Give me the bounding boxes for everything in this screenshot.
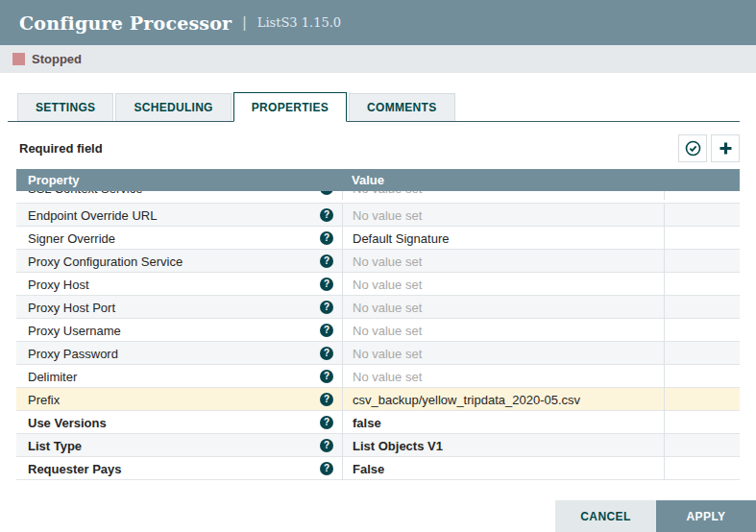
property-value: No value set <box>353 278 422 292</box>
help-icon[interactable]: ? <box>320 324 333 337</box>
property-value-cell[interactable]: No value set <box>342 273 664 296</box>
property-row[interactable]: SSL Context Service ? No value set <box>16 191 740 204</box>
property-value-cell[interactable]: List Objects V1 <box>342 434 664 457</box>
tab-comments[interactable]: COMMENTS <box>349 93 454 121</box>
help-icon[interactable]: ? <box>320 191 333 195</box>
help-icon[interactable]: ? <box>320 278 333 291</box>
property-value: No value set <box>353 370 422 384</box>
help-icon[interactable]: ? <box>320 462 333 475</box>
property-value: No value set <box>353 254 422 269</box>
property-extra-cell <box>664 457 740 480</box>
property-name-cell: Endpoint Override URL ? <box>16 204 342 227</box>
properties-toolbar: Required field <box>19 134 740 162</box>
property-row[interactable]: Requester Pays ? False <box>16 457 740 480</box>
property-value: No value set <box>353 324 422 338</box>
help-icon[interactable]: ? <box>320 416 333 429</box>
property-name-cell: Requester Pays ? <box>16 457 342 480</box>
property-value: false <box>353 416 381 430</box>
property-value-cell[interactable]: False <box>342 457 664 480</box>
property-row[interactable]: Proxy Username ? No value set <box>16 319 740 342</box>
property-name: Proxy Host <box>28 278 89 292</box>
column-header-value: Value <box>342 173 664 187</box>
property-value: False <box>353 462 384 476</box>
help-icon[interactable]: ? <box>320 231 333 245</box>
property-name-cell: Delimiter ? <box>16 365 342 388</box>
verify-properties-button[interactable] <box>678 134 707 162</box>
help-icon[interactable]: ? <box>320 254 333 268</box>
property-extra-cell <box>664 434 740 457</box>
property-name-cell: Proxy Host ? <box>16 273 342 296</box>
add-property-button[interactable] <box>711 134 740 162</box>
property-name-cell: SSL Context Service ? <box>16 191 342 200</box>
property-row[interactable]: Signer Override ? Default Signature <box>16 227 740 250</box>
property-name-cell: Signer Override ? <box>16 227 342 250</box>
property-extra-cell <box>664 365 740 388</box>
property-name: Prefix <box>28 393 60 407</box>
tab-scheduling[interactable]: SCHEDULING <box>115 93 231 121</box>
help-icon[interactable]: ? <box>320 347 333 360</box>
property-name-cell: Proxy Host Port ? <box>16 296 342 319</box>
property-row[interactable]: Prefix ? csv_backup/yellow_tripdata_2020… <box>16 388 740 411</box>
property-extra-cell <box>664 273 740 296</box>
property-row[interactable]: Use Versions ? false <box>16 411 740 434</box>
property-value-cell[interactable]: csv_backup/yellow_tripdata_2020-05.csv <box>342 388 664 411</box>
property-value-cell[interactable]: No value set <box>342 365 664 388</box>
help-icon[interactable]: ? <box>320 439 333 452</box>
help-icon[interactable]: ? <box>320 393 333 406</box>
property-name: Delimiter <box>28 370 77 384</box>
property-name: List Type <box>28 439 82 453</box>
property-row[interactable]: List Type ? List Objects V1 <box>16 434 740 457</box>
property-value-cell[interactable]: false <box>342 411 664 434</box>
property-value-cell[interactable]: No value set <box>342 342 664 365</box>
property-name: Proxy Host Port <box>28 301 115 315</box>
property-name-cell: Use Versions ? <box>16 411 342 434</box>
property-row[interactable]: Proxy Host ? No value set <box>16 273 740 296</box>
apply-button[interactable]: APPLY <box>656 500 756 532</box>
help-icon[interactable]: ? <box>320 208 333 222</box>
dialog-footer: CANCEL APPLY <box>555 500 756 532</box>
dialog-header: Configure Processor | ListS3 1.15.0 <box>0 0 756 45</box>
processor-type-version: ListS3 1.15.0 <box>257 15 341 30</box>
property-name: Use Versions <box>28 416 107 430</box>
property-value-cell[interactable]: No value set <box>342 296 664 319</box>
properties-table-body: SSL Context Service ? No value set Endpo… <box>16 191 740 480</box>
tab-properties[interactable]: PROPERTIES <box>233 92 347 122</box>
property-name: Requester Pays <box>28 462 122 476</box>
tab-bar: SETTINGS SCHEDULING PROPERTIES COMMENTS <box>8 92 740 122</box>
property-value-cell[interactable]: No value set <box>342 204 664 227</box>
properties-table: Property Value SSL Context Service ? No … <box>16 169 740 480</box>
property-row[interactable]: Proxy Host Port ? No value set <box>16 296 740 319</box>
help-icon[interactable]: ? <box>320 301 333 314</box>
property-value: Default Signature <box>353 231 449 246</box>
property-name: Proxy Username <box>28 324 121 338</box>
property-row[interactable]: Proxy Configuration Service ? No value s… <box>16 250 740 273</box>
property-value: csv_backup/yellow_tripdata_2020-05.csv <box>353 393 580 407</box>
property-value-cell[interactable]: No value set <box>342 250 664 273</box>
property-value-cell[interactable]: No value set <box>342 319 664 342</box>
status-bar: Stopped <box>0 45 756 73</box>
toolbar-actions <box>674 134 740 162</box>
property-extra-cell <box>664 191 740 200</box>
property-name-cell: Proxy Configuration Service ? <box>16 250 342 273</box>
property-value-cell[interactable]: No value set <box>342 191 664 200</box>
tab-settings[interactable]: SETTINGS <box>17 93 113 121</box>
property-value: No value set <box>353 347 422 361</box>
cancel-button[interactable]: CANCEL <box>555 500 656 532</box>
property-value: No value set <box>353 301 422 315</box>
property-name-cell: Prefix ? <box>16 388 342 411</box>
property-value: No value set <box>353 191 422 196</box>
help-icon[interactable]: ? <box>320 370 333 383</box>
property-extra-cell <box>664 204 740 227</box>
property-extra-cell <box>664 388 740 411</box>
circle-check-icon <box>685 140 701 157</box>
property-extra-cell <box>664 250 740 273</box>
property-extra-cell <box>664 319 740 342</box>
column-header-property: Property <box>16 173 342 187</box>
property-value-cell[interactable]: Default Signature <box>342 227 664 250</box>
property-row[interactable]: Proxy Password ? No value set <box>16 342 740 365</box>
property-value: List Objects V1 <box>353 439 443 453</box>
property-row[interactable]: Endpoint Override URL ? No value set <box>16 204 740 227</box>
property-row[interactable]: Delimiter ? No value set <box>16 365 740 388</box>
status-label: Stopped <box>32 52 82 66</box>
property-name: SSL Context Service <box>28 191 142 196</box>
